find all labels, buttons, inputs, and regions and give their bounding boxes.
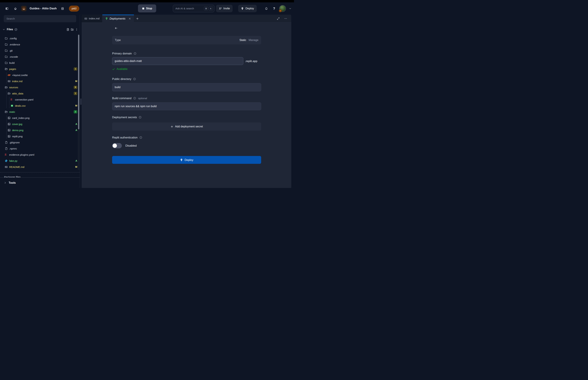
info-icon[interactable] — [133, 97, 136, 100]
home-icon[interactable] — [13, 6, 18, 11]
tree-item-replit.png[interactable]: replit.png — [0, 133, 80, 139]
csv-icon — [11, 104, 13, 107]
deploy-button[interactable]: Deploy — [112, 156, 261, 164]
tree-item-evidence.plugins.yaml[interactable]: YAMLevidence.plugins.yaml — [0, 152, 80, 158]
avatar[interactable]: ✦ — [279, 5, 286, 12]
expand-pane-icon[interactable] — [277, 17, 280, 20]
tree-item-.config[interactable]: .config — [0, 35, 80, 41]
tree-item-.npmrc[interactable]: .npmrc — [0, 145, 80, 152]
tree-item-.gitignore[interactable]: .gitignore — [0, 139, 80, 145]
git-status-badge: A — [76, 123, 77, 125]
tree-item-build[interactable]: build — [0, 60, 80, 66]
kebab-menu-icon[interactable] — [75, 28, 78, 31]
tree-item-demo.png[interactable]: demo.pngA — [0, 127, 80, 133]
domain-input[interactable]: guides-attio-dash-matt — [112, 57, 243, 65]
file-name: index.md — [12, 80, 74, 83]
page-title[interactable]: Guides - Attio Dash — [30, 7, 57, 10]
pid-badge[interactable]: pid2 — [69, 6, 79, 12]
tree-item-cover.jpg[interactable]: cover.jpgA — [0, 121, 80, 127]
file-tree-scrollbar[interactable] — [78, 34, 79, 170]
build-command-input[interactable]: npm run sources && npm run build — [112, 102, 261, 110]
scrollbar-thumb[interactable] — [78, 35, 79, 129]
new-folder-icon[interactable] — [71, 28, 74, 31]
new-tab-button[interactable] — [134, 15, 141, 22]
ask-ai-search-input[interactable]: Ask AI & search ⌘ K — [173, 5, 214, 12]
image-icon — [8, 129, 11, 132]
bell-icon[interactable] — [264, 6, 269, 11]
info-icon[interactable] — [133, 52, 136, 55]
header-deploy-button[interactable]: Deploy — [238, 5, 257, 12]
tree-item-pages[interactable]: pages1 — [0, 66, 80, 72]
info-icon[interactable] — [133, 77, 136, 80]
git-status-badge: A — [76, 159, 77, 162]
info-icon[interactable] — [139, 116, 142, 119]
tree-item-connection.yaml[interactable]: YAMLconnection.yaml — [0, 96, 80, 103]
tree-item-.vscode[interactable]: .vscode — [0, 54, 80, 60]
search-input[interactable]: Search — [4, 15, 76, 22]
stop-button[interactable]: Stop — [138, 4, 156, 12]
auth-toggle[interactable] — [112, 143, 122, 148]
tree-item-deals.csv[interactable]: deals.csvM — [0, 103, 80, 109]
deploy-globe-icon — [180, 158, 183, 161]
folder-open-icon — [5, 86, 8, 89]
new-file-icon[interactable] — [66, 28, 69, 31]
type-row: Type Static Manage — [112, 36, 261, 44]
file-name: evidence.plugins.yaml — [9, 153, 77, 156]
folder-icon — [5, 37, 8, 40]
app-header: Guides - Attio Dash pid2 Stop Ask AI & s… — [0, 2, 294, 15]
optional-label: optional — [138, 97, 147, 100]
tree-item-index.md[interactable]: index.mdM — [0, 78, 80, 84]
deployment-secrets-label: Deployment secrets — [112, 116, 137, 119]
tab-deployments[interactable]: Deployments — [102, 15, 134, 23]
window-top-strip — [0, 0, 294, 2]
invite-button[interactable]: Invite — [216, 5, 233, 12]
file-name: demo.png — [12, 129, 74, 132]
tools-section[interactable]: Tools — [0, 178, 80, 188]
type-label: Type — [115, 38, 239, 42]
tree-item-card_index.png[interactable]: card_index.png — [0, 115, 80, 121]
packager-files-section[interactable]: Packager files — [0, 172, 80, 178]
file-name: .gitignore — [9, 141, 77, 144]
account-chevron-down-icon[interactable] — [289, 7, 292, 10]
public-directory-label-row: Public directory — [112, 77, 261, 81]
tree-item-README.md[interactable]: README.mdM — [0, 164, 80, 170]
public-directory-input[interactable]: build — [112, 83, 261, 91]
back-button[interactable] — [113, 25, 119, 31]
file-name: deals.csv — [15, 104, 74, 107]
tree-item-.git[interactable]: .git — [0, 47, 80, 54]
info-icon[interactable] — [139, 136, 142, 139]
tree-item-static[interactable]: static2 — [0, 109, 80, 115]
sidebar-resize-handle[interactable] — [80, 98, 81, 105]
close-tab-icon[interactable] — [128, 17, 131, 20]
search-placeholder: Search — [6, 17, 15, 20]
tools-chevron-right-icon — [4, 181, 7, 184]
tab-index-md[interactable]: index.md — [82, 15, 102, 22]
manage-link[interactable]: Manage — [248, 38, 258, 42]
type-value: Static — [239, 38, 246, 42]
tree-item-+layout.svelte[interactable]: +layout.svelte — [0, 72, 80, 78]
indent-guide — [6, 115, 7, 139]
tree-item-sources[interactable]: sources6 — [0, 84, 80, 90]
git-status-badge: M — [75, 104, 77, 107]
build-command-value: npm run sources && npm run build — [115, 105, 156, 108]
domain-value: guides-attio-dash-matt — [115, 59, 142, 63]
tree-item-fake.py[interactable]: fake.pyA — [0, 158, 80, 164]
build-command-label-row: Build command optional — [112, 97, 261, 100]
panel-toggle-icon[interactable] — [4, 6, 10, 11]
tab-bar: index.md Deployments — [82, 15, 291, 23]
change-count-badge: 1 — [74, 67, 77, 71]
files-chevron-down-icon[interactable] — [2, 28, 5, 31]
add-deployment-secret-button[interactable]: Add deployment secret — [112, 122, 261, 131]
pane-menu-icon[interactable] — [284, 17, 287, 20]
tree-item-attio_data[interactable]: attio_data1 — [0, 90, 80, 96]
file-name: +layout.svelte — [12, 74, 77, 76]
folder-icon — [5, 43, 8, 46]
history-icon[interactable] — [60, 6, 65, 11]
file-name: attio_data — [12, 92, 72, 95]
tree-item-.evidence[interactable]: .evidence — [0, 41, 80, 47]
public-directory-label: Public directory — [112, 77, 131, 81]
change-count-badge: 2 — [74, 110, 77, 114]
git-status-badge: M — [75, 166, 77, 168]
stop-label: Stop — [146, 7, 152, 10]
help-icon[interactable]: ? — [272, 7, 276, 11]
